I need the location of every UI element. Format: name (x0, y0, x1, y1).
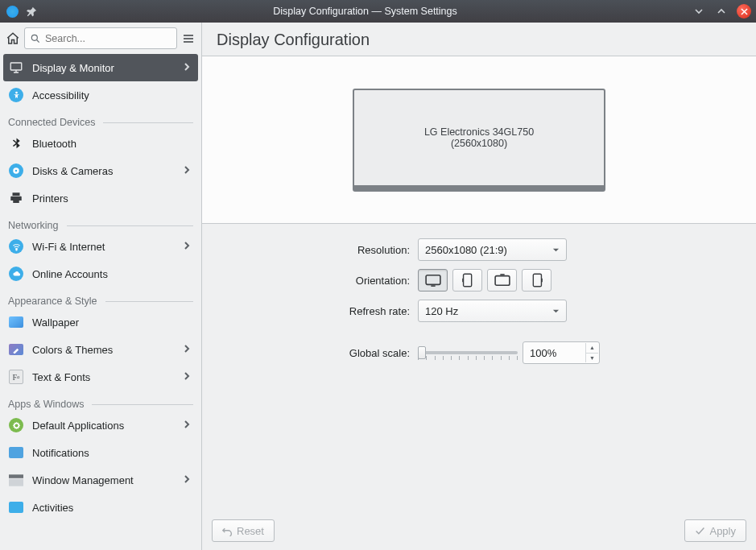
sidebar-item-wallpaper[interactable]: Wallpaper (0, 308, 201, 336)
svg-point-2 (15, 91, 18, 93)
sidebar-item-label: Wallpaper (32, 316, 193, 329)
sidebar-item-label: Default Applications (32, 420, 182, 432)
app-logo-icon (5, 4, 19, 19)
cloud-icon (8, 266, 24, 282)
home-button[interactable] (5, 29, 21, 48)
svg-point-5 (15, 249, 16, 250)
wallpaper-icon (8, 314, 24, 330)
printer-icon (8, 190, 24, 206)
sidebar-item-colors-themes[interactable]: Colors & Themes (0, 336, 201, 363)
sidebar-item-notifications[interactable]: Notifications (0, 439, 201, 466)
spinner-down-button[interactable]: ▼ (585, 354, 598, 363)
sidebar-item-label: Accessibility (32, 89, 193, 101)
resolution-select[interactable]: 2560x1080 (21:9) (418, 238, 567, 261)
monitor-icon (8, 60, 24, 76)
select-value: 120 Hz (425, 305, 458, 317)
chevron-right-icon (182, 420, 193, 432)
window-title: Display Configuration — System Settings (39, 6, 692, 17)
svg-rect-10 (495, 276, 510, 286)
menu-button[interactable] (180, 29, 196, 48)
sidebar-item-label: Window Management (32, 474, 182, 486)
sidebar: Display & Monitor Accessibility Connecte… (0, 23, 202, 550)
sidebar-item-wifi[interactable]: Wi-Fi & Internet (0, 233, 201, 260)
sidebar-item-text-fonts[interactable]: Fo Text & Fonts (0, 363, 201, 391)
label-resolution: Resolution: (218, 244, 418, 256)
sidebar-item-display-monitor[interactable]: Display & Monitor (3, 54, 198, 81)
page-header: Display Configuration (202, 23, 756, 56)
sidebar-item-default-applications[interactable]: Default Applications (0, 411, 201, 439)
sidebar-heading-apps-windows: Apps & Windows (0, 391, 201, 411)
apply-button[interactable]: Apply (684, 519, 746, 542)
sidebar-item-label: Activities (32, 502, 193, 514)
window-icon (8, 472, 24, 488)
pin-icon[interactable] (24, 4, 39, 19)
svg-rect-7 (9, 478, 23, 486)
bluetooth-icon (8, 135, 24, 151)
close-button[interactable] (737, 4, 751, 19)
chevron-right-icon (182, 62, 193, 74)
sidebar-heading-appearance: Appearance & Style (0, 287, 201, 308)
select-value: 2560x1080 (21:9) (425, 244, 507, 256)
label-refresh-rate: Refresh rate: (218, 305, 418, 317)
disk-icon (8, 163, 24, 179)
label-global-scale: Global scale: (218, 347, 418, 359)
spinner-up-button[interactable]: ▲ (585, 343, 598, 354)
orientation-landscape-button[interactable] (418, 269, 448, 292)
sidebar-item-printers[interactable]: Printers (0, 184, 201, 212)
sidebar-item-label: Disks & Cameras (32, 165, 182, 177)
accessibility-icon (8, 87, 24, 103)
sidebar-list[interactable]: Display & Monitor Accessibility Connecte… (0, 54, 201, 550)
sidebar-item-bluetooth[interactable]: Bluetooth (0, 130, 201, 157)
refresh-rate-select[interactable]: 120 Hz (418, 300, 567, 322)
search-field[interactable] (45, 33, 171, 44)
chevron-down-icon (552, 305, 560, 317)
sidebar-item-window-management[interactable]: Window Management (0, 466, 201, 494)
orientation-portrait-right-button[interactable] (522, 269, 552, 292)
activities-icon (8, 499, 24, 515)
chevron-right-icon (182, 371, 193, 383)
reset-button[interactable]: Reset (212, 519, 275, 542)
chevron-right-icon (182, 241, 193, 253)
svg-rect-11 (533, 274, 541, 287)
orientation-landscape-flipped-button[interactable] (487, 269, 517, 292)
sidebar-item-label: Text & Fonts (32, 371, 182, 383)
wifi-icon (8, 238, 24, 254)
page-title: Display Configuration (217, 31, 743, 49)
search-input[interactable] (24, 27, 177, 49)
sidebar-item-label: Colors & Themes (32, 344, 182, 356)
sidebar-item-label: Display & Monitor (32, 62, 182, 74)
maximize-button[interactable] (714, 4, 729, 19)
search-icon (30, 33, 41, 44)
sidebar-item-activities[interactable]: Activities (0, 494, 201, 521)
chevron-right-icon (182, 474, 193, 486)
monitor-preview[interactable]: LG Electronics 34GL750 (2560x1080) (202, 56, 756, 224)
sidebar-item-accessibility[interactable]: Accessibility (0, 81, 201, 109)
sidebar-item-disks-cameras[interactable]: Disks & Cameras (0, 157, 201, 184)
sidebar-item-online-accounts[interactable]: Online Accounts (0, 260, 201, 287)
monitor-resolution: (2560x1080) (451, 138, 507, 149)
sidebar-heading-connected-devices: Connected Devices (0, 109, 201, 130)
gear-icon (8, 417, 24, 433)
sidebar-item-label: Bluetooth (32, 138, 193, 150)
sidebar-item-label: Printers (32, 192, 193, 205)
global-scale-slider[interactable] (418, 345, 518, 361)
sidebar-heading-networking: Networking (0, 212, 201, 233)
undo-icon (222, 526, 233, 536)
minimize-button[interactable] (692, 4, 706, 19)
font-icon: Fo (8, 369, 24, 385)
monitor-name: LG Electronics 34GL750 (424, 126, 534, 138)
svg-rect-9 (463, 274, 471, 287)
chevron-down-icon (552, 244, 560, 256)
palette-icon (8, 341, 24, 358)
monitor-display[interactable]: LG Electronics 34GL750 (2560x1080) (353, 89, 605, 192)
titlebar: Display Configuration — System Settings (0, 0, 756, 23)
global-scale-spinner[interactable]: 100% ▲ ▼ (523, 341, 600, 364)
sidebar-item-label: Notifications (32, 447, 193, 459)
spinner-value: 100% (530, 347, 556, 359)
chevron-right-icon (182, 165, 193, 177)
svg-rect-6 (9, 474, 23, 478)
svg-point-4 (15, 170, 18, 172)
svg-rect-1 (10, 63, 22, 70)
orientation-portrait-left-button[interactable] (452, 269, 482, 292)
sidebar-item-label: Online Accounts (32, 268, 193, 280)
